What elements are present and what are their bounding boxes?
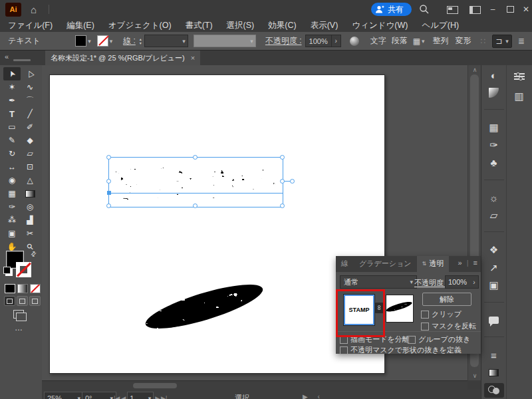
opacity-label[interactable]: 不透明度 :: [265, 35, 302, 47]
release-button[interactable]: 解除: [422, 293, 471, 306]
text-out-port[interactable]: [290, 179, 295, 184]
fill-chevron-icon[interactable]: ▾: [88, 38, 91, 45]
draw-behind-button[interactable]: [17, 296, 28, 306]
first-artboard-icon[interactable]: |◀: [114, 395, 120, 399]
width-tool[interactable]: ↔: [3, 160, 21, 174]
color-panel-icon[interactable]: ◐: [484, 68, 504, 82]
opacity-value-field[interactable]: 100%: [305, 35, 332, 47]
column-graph-tool[interactable]: ▟: [21, 213, 39, 227]
tab-stroke[interactable]: 線: [336, 256, 354, 272]
default-fill-stroke-icon[interactable]: [3, 267, 11, 274]
free-transform-tool[interactable]: ⊡: [21, 160, 39, 174]
menu-window[interactable]: ウィンドウ(W): [352, 20, 408, 31]
document-tab[interactable]: 名称未設定-1* @ 25 %(RGB/プレビュー) ×: [45, 51, 200, 65]
stroke-panel-icon[interactable]: ≡: [484, 348, 504, 362]
gradient-tool[interactable]: [21, 187, 39, 200]
opacity-next-icon[interactable]: ›: [332, 35, 341, 47]
rectangle-tool[interactable]: ▭: [3, 120, 21, 134]
rotate-view-select[interactable]: 0°▾: [82, 392, 116, 399]
window-close-button[interactable]: ✕: [517, 0, 532, 19]
curvature-tool[interactable]: ⌒: [21, 94, 39, 107]
none-button[interactable]: [30, 284, 41, 293]
align-panel-link[interactable]: 整列: [433, 35, 449, 47]
menu-type[interactable]: 書式(T): [186, 20, 213, 31]
layers-panel-icon[interactable]: ❖: [484, 243, 504, 257]
panel-cycle-icon[interactable]: ⇅: [422, 261, 427, 267]
direct-selection-tool[interactable]: ▷: [21, 67, 39, 80]
transparency-panel-icon[interactable]: [484, 383, 504, 398]
selection-handle[interactable]: [280, 155, 285, 160]
home-icon[interactable]: ⌂: [31, 4, 37, 15]
rotate-tool[interactable]: ↻: [3, 147, 21, 160]
stroke-weight-stepper[interactable]: ▴▾: [140, 37, 142, 45]
share-button[interactable]: 共有: [371, 3, 412, 16]
stroke-chevron-icon[interactable]: ▾: [110, 38, 113, 45]
tab-close-icon[interactable]: ×: [191, 54, 195, 62]
perspective-grid-tool[interactable]: △: [21, 174, 39, 187]
color-button[interactable]: [5, 284, 15, 293]
recolor-artwork-icon[interactable]: [350, 37, 359, 46]
selection-handle[interactable]: [280, 179, 285, 184]
blend-mode-select[interactable]: 通常 ▾: [340, 275, 417, 289]
menu-edit[interactable]: 編集(E): [66, 20, 94, 31]
toolbar-drag-handle[interactable]: [13, 59, 31, 61]
artboard-tool[interactable]: ▣: [3, 227, 21, 240]
knockout-group-checkbox[interactable]: グループの抜き: [408, 334, 470, 344]
line-segment-tool[interactable]: ╱: [21, 107, 39, 120]
window-maximize-button[interactable]: [501, 0, 519, 19]
arrange-documents-icon[interactable]: [447, 6, 458, 14]
last-artboard-icon[interactable]: ▶|: [161, 395, 167, 399]
mask-thumbnail[interactable]: [386, 295, 413, 322]
tab-transparency[interactable]: ⇅ 透明: [417, 256, 450, 272]
menu-view[interactable]: 表示(V): [311, 20, 338, 31]
transform-panel-link[interactable]: 変形: [456, 35, 471, 47]
window-minimize-button[interactable]: –: [484, 0, 501, 19]
selection-handle[interactable]: [106, 155, 111, 160]
slice-tool[interactable]: ✂: [21, 227, 39, 240]
selection-handle[interactable]: [193, 203, 198, 208]
toolbar-collapse-icon[interactable]: «: [5, 53, 9, 61]
stroke-weight-select[interactable]: ▾: [144, 35, 188, 47]
next-artboard-icon[interactable]: ▶: [155, 395, 160, 399]
selection-handle[interactable]: [106, 203, 111, 208]
brushes-panel-icon[interactable]: ✑: [484, 138, 504, 152]
pen-tool[interactable]: ✒: [3, 94, 21, 107]
swatches-panel-icon[interactable]: ▦: [484, 120, 504, 135]
stroke-weight-label[interactable]: 線 :: [123, 35, 136, 47]
search-icon[interactable]: [419, 4, 430, 15]
menu-object[interactable]: オブジェクト(O): [108, 20, 172, 31]
invert-mask-checkbox[interactable]: マスクを反転: [421, 321, 476, 331]
symbols-panel-icon[interactable]: ♣: [484, 156, 504, 170]
menu-effect[interactable]: 効果(C): [268, 20, 296, 31]
opacity-mask-define-knockout-checkbox[interactable]: 不透明マスクで形状の抜きを定義: [340, 345, 462, 355]
menu-help[interactable]: ヘルプ(H): [422, 20, 459, 31]
gradient-button[interactable]: [17, 284, 28, 293]
panel-opacity-next-icon[interactable]: ›: [470, 275, 479, 289]
appearance-panel-icon[interactable]: ☼: [484, 190, 504, 205]
gradient-fill-panel-icon[interactable]: [484, 365, 504, 380]
stroke-color-indicator[interactable]: [16, 262, 31, 277]
menu-file[interactable]: ファイル(F): [8, 20, 53, 31]
selection-handle[interactable]: [106, 179, 111, 184]
scale-tool[interactable]: ▱: [21, 147, 39, 160]
glyph-snapping-chevron-icon[interactable]: ▾: [422, 38, 425, 45]
fill-color-swatch[interactable]: [75, 35, 86, 47]
pencil-tool[interactable]: ✎: [3, 134, 21, 147]
mesh-tool[interactable]: ▦: [3, 187, 21, 200]
screen-mode-icon[interactable]: [13, 310, 24, 319]
export-panel-icon[interactable]: ↗: [484, 260, 504, 275]
selection-handle[interactable]: [280, 203, 285, 208]
text-anchor-point[interactable]: [107, 191, 111, 195]
tab-gradient[interactable]: グラデーション: [354, 256, 417, 272]
magic-wand-tool[interactable]: ✶: [3, 80, 21, 94]
shape-builder-tool[interactable]: ◉: [3, 174, 21, 187]
panel-menu-icon[interactable]: ≡: [473, 259, 477, 267]
blend-tool[interactable]: ◎: [21, 200, 39, 213]
draw-normal-button[interactable]: [4, 296, 15, 306]
paragraph-panel-link[interactable]: 段落: [392, 35, 408, 47]
stroke-color-swatch[interactable]: [97, 35, 108, 47]
edit-toolbar-icon[interactable]: …: [15, 323, 23, 332]
panel-opacity-label[interactable]: 不透明度 :: [414, 278, 448, 288]
clip-checkbox[interactable]: クリップ: [421, 309, 462, 319]
artboards-panel-icon[interactable]: ▣: [484, 278, 504, 293]
